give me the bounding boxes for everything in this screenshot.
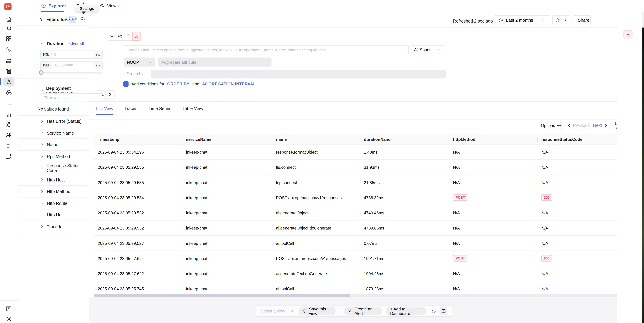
refresh-button[interactable] <box>553 16 562 24</box>
sidebar-item-support[interactable] <box>3 304 14 313</box>
sidebar-item-exceptions[interactable] <box>3 120 14 129</box>
tab-views[interactable]: Views <box>100 0 119 12</box>
sidebar-item-alerts[interactable] <box>3 24 14 33</box>
previous-page-button[interactable]: Previous <box>567 123 590 128</box>
query-variant-badge[interactable]: A <box>132 32 141 41</box>
sidebar-item-service-map[interactable] <box>3 130 14 140</box>
chevron-right-icon <box>40 143 44 146</box>
filter-section-http-url[interactable]: Http Url <box>18 209 89 221</box>
view-tab-table-view[interactable]: Table View <box>182 106 203 115</box>
table-row[interactable]: 2025-09-04 23:05:29.532inkeep-chatai.gen… <box>94 220 637 236</box>
table-row[interactable]: 2025-09-04 23:05:29.534inkeep-chatPOST a… <box>94 190 637 205</box>
add-to-dashboard-button[interactable]: + Add to Dashboard <box>386 307 426 316</box>
sidebar-item-pipelines[interactable] <box>3 141 14 150</box>
tab-explorer[interactable]: Explorer <box>41 0 66 12</box>
filter-section-label: Trace Id <box>47 224 62 229</box>
filter-section-response-status-code[interactable]: Response Status Code <box>18 162 89 174</box>
info-icon[interactable] <box>432 308 436 314</box>
filter-section-name[interactable]: Name <box>18 139 89 150</box>
aggregation-interval-link[interactable]: AGGREGATION INTERVAL <box>202 82 256 86</box>
span-scope-select[interactable]: All Spans <box>411 45 444 54</box>
column-header-Timestamp[interactable]: Timestamp <box>94 134 182 144</box>
next-page-button[interactable]: Next <box>593 123 608 128</box>
filter-section-http-method[interactable]: Http Method <box>18 186 89 197</box>
cell-httpMethod: POST <box>449 194 537 201</box>
eye-icon <box>100 3 105 8</box>
filter-section-http-host[interactable]: Http Host <box>18 174 89 186</box>
duration-max-input[interactable] <box>52 62 94 69</box>
filter-section-service-name[interactable]: Service Name <box>18 127 89 139</box>
search-filter-input[interactable] <box>124 45 408 54</box>
sidebar-item-messaging-queues[interactable] <box>3 152 14 161</box>
chevron-down-icon <box>437 48 441 52</box>
chevron-right-icon <box>40 131 44 135</box>
collapse-panel-icon[interactable] <box>73 16 78 21</box>
formula-button[interactable]: Σ <box>106 90 114 99</box>
view-tab-list-view[interactable]: List View <box>96 106 113 115</box>
save-view-button[interactable]: Save this view <box>298 307 336 316</box>
sidebar-item-logs[interactable] <box>3 66 14 76</box>
collapse-query-button[interactable] <box>108 32 116 41</box>
bell-icon <box>348 309 352 313</box>
add-conditions-text: Add conditions for <box>132 82 164 86</box>
horizontal-scrollbar-thumb[interactable] <box>94 294 350 297</box>
filter-settings-icon[interactable] <box>80 16 85 21</box>
sidebar-item-metrics[interactable] <box>3 110 14 119</box>
sync-icon[interactable] <box>66 16 70 21</box>
share-button[interactable]: Share <box>572 15 590 25</box>
time-range-select[interactable]: Last 2 months <box>495 15 549 25</box>
filter-section-rpc-method[interactable]: Rpc Method <box>18 151 89 162</box>
view-tab-time-series[interactable]: Time Series <box>148 106 171 115</box>
duration-min-input[interactable] <box>52 51 94 58</box>
filter-section-has-error-status[interactable]: Has Error (Status) <box>18 116 89 127</box>
refresh-options-button[interactable] <box>562 16 569 24</box>
table-row[interactable]: 2025-09-04 23:05:29.535inkeep-chattls.co… <box>94 160 637 175</box>
compass-icon <box>41 3 46 8</box>
add-condition-button[interactable]: + <box>123 81 129 86</box>
column-header-serviceName[interactable]: serviceName <box>182 134 272 144</box>
query-toolbar: A <box>108 32 141 41</box>
add-conditions-row: + Add conditions for ORDER BY and AGGREG… <box>123 81 256 86</box>
select-view-dropdown[interactable]: Select a view <box>261 309 294 313</box>
sidebar-item-home[interactable] <box>3 14 14 23</box>
clear-all-link[interactable]: Clear All <box>69 42 84 46</box>
sidebar-item-infrastructure[interactable] <box>3 56 14 65</box>
deployment-filter-input[interactable] <box>41 93 102 102</box>
filter-section-http-route[interactable]: Http Route <box>18 198 89 209</box>
sidebar-item-more[interactable] <box>3 100 14 109</box>
sidebar-item-dashboards[interactable] <box>3 34 14 43</box>
create-alert-button[interactable]: Create an Alert <box>344 307 382 316</box>
column-header-durationNano[interactable]: durationNano <box>360 134 449 144</box>
options-button[interactable]: Options <box>540 122 562 129</box>
column-header-name[interactable]: name <box>272 134 360 144</box>
aggregate-op-select[interactable]: NOOP <box>124 58 155 66</box>
table-row[interactable]: 2025-09-04 23:05:29.527inkeep-chatai.too… <box>94 236 637 251</box>
order-by-link[interactable]: ORDER BY <box>167 82 190 86</box>
clone-query-button[interactable] <box>124 32 132 41</box>
duration-slider-track[interactable] <box>40 72 102 74</box>
column-header-httpMethod[interactable]: httpMethod <box>449 134 537 144</box>
aggregate-attribute-input[interactable] <box>158 58 272 66</box>
shortcuts-button[interactable] <box>440 307 447 316</box>
group-by-input[interactable] <box>151 70 446 78</box>
desktop-background-edge <box>642 28 644 323</box>
max-label: MAX <box>41 62 52 69</box>
variant-a-badge[interactable]: A <box>624 30 632 39</box>
table-row[interactable]: 2025-09-04 23:05:27.622inkeep-chatai.gen… <box>94 266 637 281</box>
view-tab-traces[interactable]: Traces <box>124 106 138 115</box>
signoz-logo[interactable] <box>4 3 12 10</box>
sidebar-item-services[interactable] <box>3 45 14 54</box>
sidebar-item-settings[interactable] <box>3 314 14 323</box>
sidebar-item-integrations[interactable] <box>3 88 14 97</box>
duration-slider-handle[interactable] <box>39 70 44 75</box>
table-row[interactable]: 2025-09-04 23:05:34.296inkeep-chatrespon… <box>94 145 637 160</box>
table-row[interactable]: 2025-09-04 23:05:27.624inkeep-chatPOST a… <box>94 251 637 266</box>
sidebar-item-traces[interactable] <box>3 77 14 86</box>
filter-section-trace-id[interactable]: Trace Id <box>18 221 89 232</box>
table-row[interactable]: 2025-09-04 23:05:29.535inkeep-chattcp.co… <box>94 175 637 190</box>
ellipsis-icon <box>6 102 12 108</box>
filters-title-label: Filters for <box>46 17 66 22</box>
toggle-query-button[interactable] <box>116 32 124 41</box>
table-row[interactable]: 2025-09-04 23:05:29.532inkeep-chatai.gen… <box>94 206 637 220</box>
duration-section-header[interactable]: Duration <box>40 41 64 46</box>
